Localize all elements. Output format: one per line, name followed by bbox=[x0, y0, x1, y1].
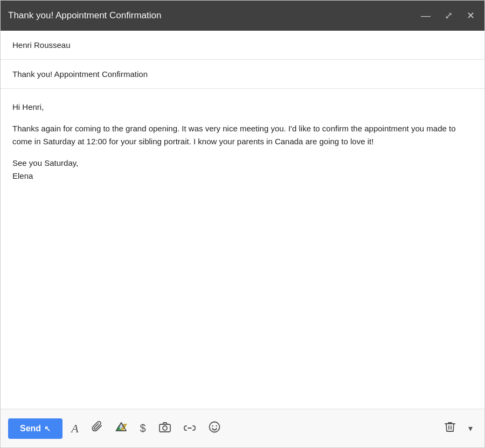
more-options-button[interactable]: ▾ bbox=[464, 420, 477, 437]
email-body[interactable]: Hi Henri, Thanks again for coming to the… bbox=[1, 89, 484, 409]
drive-icon bbox=[115, 422, 127, 435]
to-field: Henri Rousseau bbox=[1, 31, 484, 60]
svg-point-8 bbox=[216, 425, 217, 426]
send-label: Send bbox=[20, 424, 41, 433]
subject-value: Thank you! Appointment Confirmation bbox=[12, 69, 148, 79]
email-compose-window: Thank you! Appointment Confirmation — ⤢ … bbox=[0, 0, 485, 448]
svg-point-5 bbox=[163, 426, 167, 430]
subject-field: Thank you! Appointment Confirmation bbox=[1, 60, 484, 89]
font-icon: A bbox=[71, 422, 78, 436]
emoji-icon bbox=[209, 421, 220, 436]
send-button[interactable]: Send ↖ bbox=[8, 418, 63, 439]
camera-icon bbox=[159, 422, 171, 435]
body-paragraph: Thanks again for coming to the grand ope… bbox=[12, 122, 473, 148]
insert-link-button[interactable] bbox=[179, 419, 200, 438]
svg-rect-4 bbox=[160, 424, 170, 432]
delete-button[interactable] bbox=[440, 418, 460, 439]
chevron-down-icon: ▾ bbox=[468, 423, 473, 433]
close-button[interactable]: ✕ bbox=[465, 10, 477, 22]
signature: Elena bbox=[12, 171, 33, 180]
google-drive-button[interactable] bbox=[111, 418, 131, 438]
font-formatting-button[interactable]: A bbox=[67, 418, 82, 439]
toolbar: Send ↖ A bbox=[1, 409, 484, 447]
to-value: Henri Rousseau bbox=[12, 40, 71, 50]
attach-file-button[interactable] bbox=[87, 418, 107, 439]
link-icon bbox=[184, 422, 196, 435]
svg-point-6 bbox=[209, 422, 219, 432]
trash-icon bbox=[445, 421, 455, 436]
window-title: Thank you! Appointment Confirmation bbox=[8, 10, 161, 21]
insert-photo-button[interactable] bbox=[155, 418, 175, 438]
dollar-icon: $ bbox=[140, 422, 146, 435]
window-controls: — ⤢ ✕ bbox=[419, 10, 477, 22]
greeting: Hi Henri, bbox=[12, 101, 473, 114]
title-bar: Thank you! Appointment Confirmation — ⤢ … bbox=[1, 1, 484, 31]
insert-emoji-button[interactable] bbox=[204, 418, 225, 439]
maximize-button[interactable]: ⤢ bbox=[442, 10, 455, 22]
svg-point-7 bbox=[212, 425, 213, 426]
minimize-button[interactable]: — bbox=[419, 10, 433, 22]
paperclip-icon bbox=[92, 421, 102, 436]
closing-line: See you Saturday, Elena bbox=[12, 157, 473, 183]
insert-money-button[interactable]: $ bbox=[136, 419, 150, 438]
send-cursor-icon: ↖ bbox=[44, 424, 51, 433]
